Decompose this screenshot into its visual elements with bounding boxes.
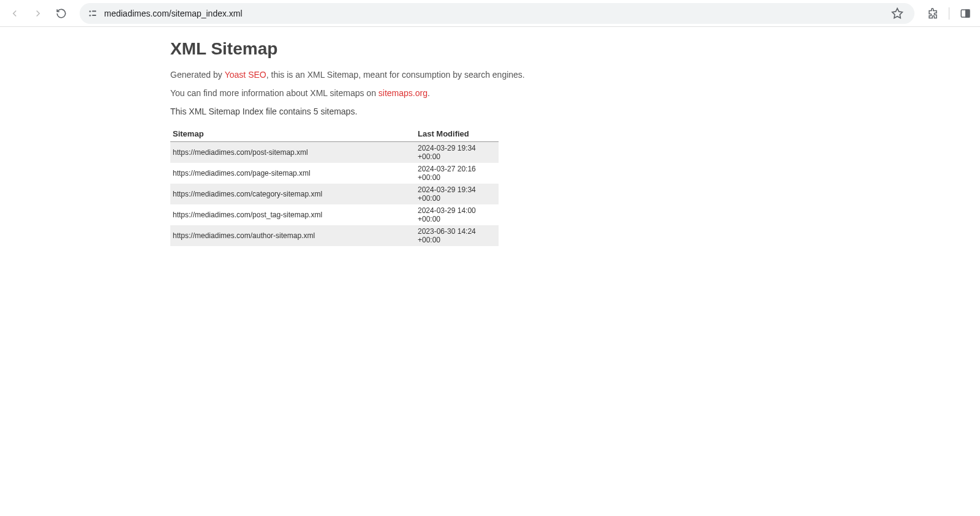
generated-prefix: Generated by	[170, 70, 225, 80]
back-button[interactable]	[5, 4, 24, 23]
moreinfo-suffix: .	[428, 88, 430, 98]
browser-toolbar: mediadimes.com/sitemap_index.xml	[0, 0, 980, 27]
sitemap-count: This XML Sitemap Index file contains 5 s…	[170, 107, 980, 116]
page-title: XML Sitemap	[170, 39, 980, 59]
bookmark-button[interactable]	[888, 4, 907, 23]
side-panel-button[interactable]	[956, 4, 975, 23]
last-modified-cell: 2023-06-30 14:24 +00:00	[415, 225, 499, 246]
site-info-icon[interactable]	[87, 8, 98, 19]
extensions-button[interactable]	[923, 4, 943, 23]
moreinfo-prefix: You can find more information about XML …	[170, 88, 379, 98]
last-modified-cell: 2024-03-29 19:34 +00:00	[415, 184, 499, 204]
arrow-right-icon	[32, 8, 43, 19]
table-row: https://mediadimes.com/author-sitemap.xm…	[170, 225, 499, 246]
svg-point-1	[89, 15, 91, 17]
toolbar-divider	[949, 7, 949, 20]
page-content: XML Sitemap Generated by Yoast SEO, this…	[0, 27, 980, 246]
svg-marker-4	[892, 8, 903, 18]
sitemap-link[interactable]: https://mediadimes.com/category-sitemap.…	[173, 190, 322, 198]
sitemap-link[interactable]: https://mediadimes.com/post_tag-sitemap.…	[173, 211, 322, 219]
svg-point-0	[89, 10, 91, 12]
reload-button[interactable]	[51, 4, 71, 23]
sitemap-link[interactable]: https://mediadimes.com/author-sitemap.xm…	[173, 231, 315, 240]
sitemap-link[interactable]: https://mediadimes.com/page-sitemap.xml	[173, 169, 311, 178]
sitemap-link[interactable]: https://mediadimes.com/post-sitemap.xml	[173, 148, 308, 157]
generated-by-line: Generated by Yoast SEO, this is an XML S…	[170, 70, 980, 80]
svg-rect-2	[92, 10, 96, 12]
panel-icon	[960, 8, 971, 19]
svg-rect-3	[92, 15, 96, 16]
sitemaps-org-link[interactable]: sitemaps.org	[379, 88, 428, 98]
table-row: https://mediadimes.com/post_tag-sitemap.…	[170, 204, 499, 225]
svg-rect-6	[966, 10, 970, 17]
reload-icon	[56, 8, 67, 19]
last-modified-cell: 2024-03-29 19:34 +00:00	[415, 142, 499, 163]
table-row: https://mediadimes.com/post-sitemap.xml2…	[170, 142, 499, 163]
generated-suffix: , this is an XML Sitemap, meant for cons…	[266, 70, 525, 80]
table-row: https://mediadimes.com/category-sitemap.…	[170, 184, 499, 204]
header-sitemap: Sitemap	[170, 126, 415, 142]
last-modified-cell: 2024-03-27 20:16 +00:00	[415, 163, 499, 184]
forward-button[interactable]	[28, 4, 48, 23]
sitemap-table: Sitemap Last Modified https://mediadimes…	[170, 126, 499, 246]
url-text: mediadimes.com/sitemap_index.xml	[104, 9, 881, 18]
address-bar[interactable]: mediadimes.com/sitemap_index.xml	[80, 3, 914, 24]
yoast-seo-link[interactable]: Yoast SEO	[225, 70, 266, 80]
header-modified: Last Modified	[415, 126, 499, 142]
puzzle-icon	[927, 8, 938, 19]
star-icon	[891, 7, 903, 20]
last-modified-cell: 2024-03-29 14:00 +00:00	[415, 204, 499, 225]
arrow-left-icon	[9, 8, 20, 19]
more-info-line: You can find more information about XML …	[170, 88, 980, 98]
table-row: https://mediadimes.com/page-sitemap.xml2…	[170, 163, 499, 184]
